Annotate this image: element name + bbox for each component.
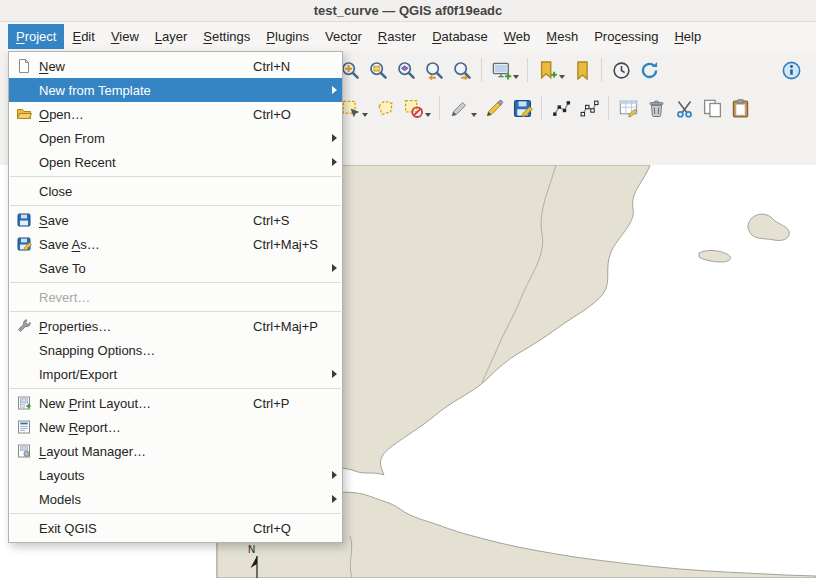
- toolbar-separator: [527, 58, 528, 82]
- menu-mesh[interactable]: Mesh: [538, 24, 586, 49]
- menu-item-import-export[interactable]: Import/Export: [9, 362, 342, 386]
- menu-item-save-as[interactable]: Save As…Ctrl+Maj+S: [9, 232, 342, 256]
- toolbar-separator: [541, 96, 542, 120]
- menu-item-save-to[interactable]: Save To: [9, 256, 342, 280]
- cut-features-button[interactable]: [671, 95, 697, 121]
- menu-separator: [10, 311, 341, 312]
- vertex-tool-all-layers-button[interactable]: [548, 95, 574, 121]
- menu-item-models[interactable]: Models: [9, 487, 342, 511]
- paste-features-button[interactable]: [727, 95, 753, 121]
- menu-bar: ProjectEditViewLayerSettingsPluginsVecto…: [0, 22, 816, 51]
- toolbar-separator: [608, 96, 609, 120]
- menu-item-label: Properties…: [39, 319, 243, 334]
- menu-web[interactable]: Web: [496, 24, 539, 49]
- new-map-view-button[interactable]: [488, 57, 514, 83]
- wrench-icon: [9, 318, 39, 334]
- menu-item-label: Open From: [39, 131, 243, 146]
- menu-item-open-from[interactable]: Open From: [9, 126, 342, 150]
- menu-item-close[interactable]: Close: [9, 179, 342, 203]
- menu-settings[interactable]: Settings: [195, 24, 258, 49]
- menu-vector[interactable]: Vector: [317, 24, 370, 49]
- copy-features-button[interactable]: [699, 95, 725, 121]
- zoom-layer-icon: [396, 60, 417, 81]
- menu-item-open[interactable]: Open…Ctrl+O: [9, 102, 342, 126]
- menu-item-new[interactable]: NewCtrl+N: [9, 54, 342, 78]
- menu-item-new-from-template[interactable]: New from Template: [9, 78, 342, 102]
- submenu-arrow-icon: [326, 86, 342, 94]
- save-edits-icon: [512, 98, 533, 119]
- vertex-tool-button[interactable]: [576, 95, 602, 121]
- dropdown-caret-icon[interactable]: [513, 75, 519, 79]
- menu-item-new-report[interactable]: New Report…: [9, 415, 342, 439]
- menu-separator: [10, 205, 341, 206]
- deselect-icon: [403, 98, 424, 119]
- menu-project[interactable]: Project: [8, 24, 64, 49]
- select-by-polygon-button[interactable]: [372, 95, 398, 121]
- project-menu: NewCtrl+NNew from TemplateOpen…Ctrl+OOpe…: [8, 51, 343, 543]
- temporal-controller-button[interactable]: [608, 57, 634, 83]
- menu-help[interactable]: Help: [666, 24, 709, 49]
- dropdown-caret-icon[interactable]: [362, 113, 368, 117]
- dropdown-caret-icon[interactable]: [425, 113, 431, 117]
- menu-item-shortcut: Ctrl+Q: [243, 521, 326, 536]
- submenu-arrow-icon: [326, 370, 342, 378]
- zoom-to-layer-button[interactable]: [393, 57, 419, 83]
- dropdown-caret-icon[interactable]: [559, 75, 565, 79]
- toolbar-separator: [481, 58, 482, 82]
- menu-item-label: Revert…: [39, 290, 243, 305]
- new-bookmark-icon: [537, 60, 558, 81]
- menu-item-label: Exit QGIS: [39, 521, 243, 536]
- menu-item-shortcut: Ctrl+N: [243, 59, 326, 74]
- menu-view[interactable]: View: [103, 24, 147, 49]
- current-edits-button[interactable]: [446, 95, 472, 121]
- file-new-icon: [9, 58, 39, 74]
- menu-edit[interactable]: Edit: [64, 24, 102, 49]
- menu-plugins[interactable]: Plugins: [258, 24, 317, 49]
- menu-item-shortcut: Ctrl+Maj+P: [243, 319, 326, 334]
- menu-database[interactable]: Database: [424, 24, 496, 49]
- delete-selected-button[interactable]: [643, 95, 669, 121]
- save-icon: [9, 212, 39, 228]
- refresh-map-button[interactable]: [636, 57, 662, 83]
- submenu-arrow-icon: [326, 495, 342, 503]
- menu-layer[interactable]: Layer: [147, 24, 196, 49]
- submenu-arrow-icon: [326, 134, 342, 142]
- save-layer-edits-button[interactable]: [509, 95, 535, 121]
- menu-separator: [10, 282, 341, 283]
- title-bar[interactable]: test_curve — QGIS af0f19eadc: [0, 0, 816, 22]
- menu-item-label: Save To: [39, 261, 243, 276]
- menu-raster[interactable]: Raster: [370, 24, 424, 49]
- toggle-editing-button[interactable]: [481, 95, 507, 121]
- menu-item-label: Models: [39, 492, 243, 507]
- menu-item-label: Close: [39, 184, 243, 199]
- new-spatial-bookmark-button[interactable]: [534, 57, 560, 83]
- modify-attributes-icon: [618, 98, 639, 119]
- zoom-to-selection-button[interactable]: [365, 57, 391, 83]
- menu-item-open-recent[interactable]: Open Recent: [9, 150, 342, 174]
- menu-item-exit-qgis[interactable]: Exit QGISCtrl+Q: [9, 516, 342, 540]
- menu-processing[interactable]: Processing: [586, 24, 666, 49]
- menu-item-save[interactable]: SaveCtrl+S: [9, 208, 342, 232]
- deselect-features-button[interactable]: [400, 95, 426, 121]
- vertex-all-icon: [551, 98, 572, 119]
- show-spatial-bookmarks-button[interactable]: [569, 57, 595, 83]
- menu-item-layouts[interactable]: Layouts: [9, 463, 342, 487]
- menu-item-label: New: [39, 59, 243, 74]
- identify-features-button[interactable]: [778, 57, 804, 83]
- zoom-last-button[interactable]: [421, 57, 447, 83]
- menu-item-layout-manager[interactable]: Layout Manager…: [9, 439, 342, 463]
- menu-separator: [10, 513, 341, 514]
- menu-item-label: Layouts: [39, 468, 243, 483]
- menu-item-properties[interactable]: Properties…Ctrl+Maj+P: [9, 314, 342, 338]
- menu-item-new-print-layout[interactable]: New Print Layout…Ctrl+P: [9, 391, 342, 415]
- zoom-next-button[interactable]: [449, 57, 475, 83]
- submenu-arrow-icon: [326, 471, 342, 479]
- menu-item-snapping-options[interactable]: Snapping Options…: [9, 338, 342, 362]
- modify-attributes-button[interactable]: [615, 95, 641, 121]
- pencil-icon: [484, 98, 505, 119]
- layout-manager-icon: [9, 443, 39, 459]
- folder-open-icon: [9, 106, 39, 122]
- dropdown-caret-icon[interactable]: [471, 113, 477, 117]
- zoom-next-icon: [452, 60, 473, 81]
- menu-item-label: Save: [39, 213, 243, 228]
